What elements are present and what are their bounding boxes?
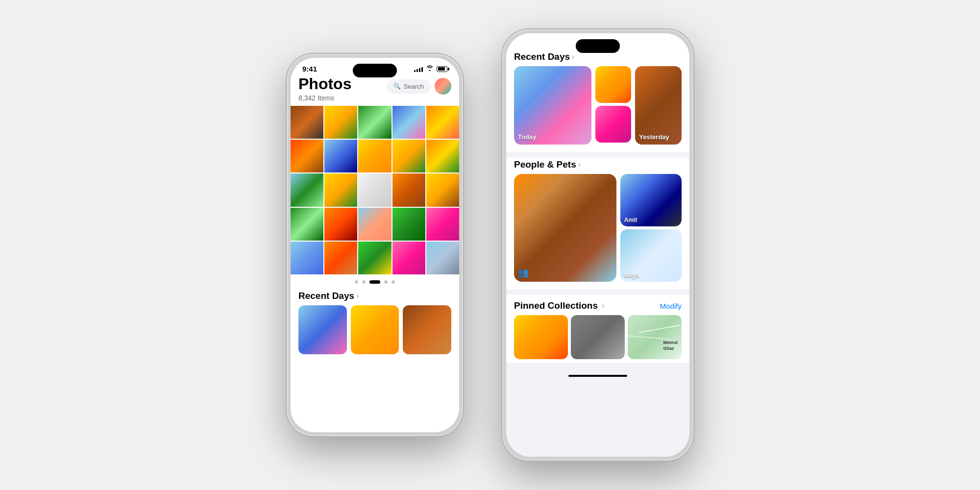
phone-left: 9:41 — [287, 54, 463, 436]
photo-cell[interactable] — [324, 140, 357, 172]
group-photo-card[interactable]: 👥 — [514, 174, 616, 282]
dot-5 — [392, 280, 395, 284]
photo-cell[interactable] — [291, 208, 323, 241]
pinned-thumb-map[interactable]: MeerutGhaz — [628, 315, 682, 359]
pinned-row: MeerutGhaz — [506, 315, 689, 359]
photo-cell[interactable] — [291, 242, 323, 274]
photo-cell[interactable] — [324, 106, 357, 139]
person-amit-label: Amit — [624, 217, 637, 223]
recent-day-card-yesterday[interactable] — [403, 305, 451, 354]
photo-cell[interactable] — [392, 208, 425, 241]
photo-cell[interactable] — [392, 173, 425, 206]
recent-days-header[interactable]: Recent Days › — [291, 289, 459, 305]
person-card-amit[interactable]: Amit — [620, 174, 682, 226]
today-label: Today — [518, 133, 536, 141]
photos-count: 8,342 Items — [298, 94, 351, 102]
pinned-title: Pinned Collections — [514, 300, 598, 311]
small-cards-group — [595, 66, 632, 145]
status-time: 9:41 — [302, 65, 317, 73]
wifi-icon — [426, 65, 434, 73]
scroll-indicator-area — [506, 371, 689, 377]
scroll-indicator — [568, 375, 627, 377]
people-pets-chevron: › — [578, 160, 581, 169]
signal-icon — [414, 66, 423, 72]
person-card-maya[interactable]: Maya — [620, 229, 682, 282]
pinned-title-group: Pinned Collections › — [514, 300, 604, 311]
dynamic-island — [353, 64, 397, 77]
photos-header-actions: 🔍 Search — [387, 78, 451, 95]
status-icons — [414, 65, 447, 73]
battery-icon — [437, 66, 447, 72]
photo-grid — [291, 106, 459, 274]
pinned-thumb-2[interactable] — [571, 315, 625, 359]
photo-cell[interactable] — [392, 242, 425, 274]
today-card[interactable]: Today — [514, 66, 591, 145]
phone-left-screen: 9:41 — [291, 58, 459, 432]
photo-cell[interactable] — [358, 242, 391, 274]
photos-screen: 9:41 — [291, 58, 459, 432]
photo-cell[interactable] — [358, 106, 391, 139]
small-card-1[interactable] — [595, 66, 632, 103]
photo-cell[interactable] — [392, 140, 425, 172]
people-pets-row: 👥 Amit Maya — [506, 174, 689, 282]
recent-days-label: Recent Days — [514, 51, 570, 62]
photo-cell[interactable] — [358, 173, 391, 206]
pinned-thumb-1[interactable] — [514, 315, 568, 359]
photo-cell[interactable] — [291, 106, 323, 139]
dynamic-island-2 — [576, 39, 620, 53]
photos-title-block: Photos 8,342 Items — [298, 75, 351, 102]
dot-4 — [384, 280, 388, 284]
avatar[interactable] — [435, 78, 451, 95]
chevron-right-icon: › — [356, 292, 359, 300]
people-pets-header[interactable]: People & Pets › — [506, 157, 689, 174]
recent-days-chevron: › — [572, 52, 574, 61]
group-icon: 👥 — [518, 267, 529, 278]
page-title: Photos — [298, 75, 351, 93]
photo-cell[interactable] — [426, 106, 459, 139]
photo-cell[interactable] — [324, 173, 357, 206]
modify-button[interactable]: Modify — [660, 302, 682, 310]
photo-cell[interactable] — [324, 242, 357, 274]
photo-cell[interactable] — [291, 173, 323, 206]
map-label: MeerutGhaz — [663, 340, 678, 352]
people-pets-title: People & Pets — [514, 159, 576, 170]
search-icon: 🔍 — [393, 83, 401, 90]
photo-cell[interactable] — [324, 208, 357, 241]
photo-cell[interactable] — [358, 208, 391, 241]
person-cards: Amit Maya — [620, 174, 682, 282]
photo-cell[interactable] — [392, 106, 425, 139]
dot-2 — [362, 280, 366, 284]
photo-cell[interactable] — [426, 140, 459, 172]
people-pets-section: People & Pets › 👥 Amit — [506, 157, 689, 290]
photos-header: Photos 8,342 Items 🔍 Search — [291, 75, 459, 106]
recent-day-card-today[interactable] — [298, 305, 347, 354]
photo-cell[interactable] — [291, 140, 323, 172]
pinned-collections-section: Pinned Collections › Modify — [506, 294, 689, 363]
phone-right: Recent Days › Today — [502, 29, 693, 461]
person-maya-label: Maya — [624, 272, 639, 279]
yesterday-card[interactable]: Yesterday — [635, 66, 682, 145]
search-label: Search — [404, 83, 424, 90]
page-dots — [291, 274, 459, 289]
detail-screen: Recent Days › Today — [506, 33, 689, 457]
recent-day-card-2[interactable] — [351, 305, 399, 354]
pinned-header: Pinned Collections › Modify — [506, 294, 689, 315]
dot-3-active — [369, 280, 380, 284]
search-button[interactable]: 🔍 Search — [387, 79, 431, 94]
yesterday-label: Yesterday — [639, 133, 669, 141]
recent-days-section: Recent Days › Today — [506, 49, 689, 152]
photo-cell[interactable] — [426, 173, 459, 206]
scene: 9:41 — [0, 0, 980, 490]
photo-cell[interactable] — [426, 242, 459, 274]
phone-right-screen: Recent Days › Today — [506, 33, 689, 457]
pinned-chevron: › — [602, 301, 604, 310]
dot-1 — [355, 280, 358, 284]
small-card-2[interactable] — [595, 106, 632, 143]
photo-cell[interactable] — [358, 140, 391, 172]
photo-cell[interactable] — [426, 208, 459, 241]
recent-days-thumbs — [291, 305, 459, 354]
recent-days-title: Recent Days — [298, 291, 354, 301]
recent-days-row: Today Yesterday — [506, 66, 689, 145]
